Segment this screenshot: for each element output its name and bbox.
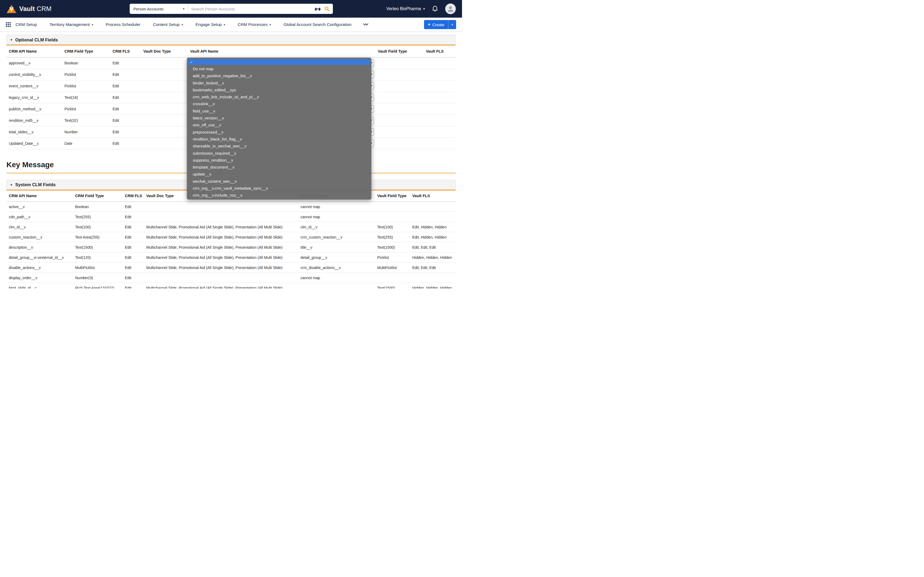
dropdown-option[interactable]: add_to_positive_negative_list__v <box>187 73 372 79</box>
dropdown-option[interactable]: update__c <box>187 171 372 177</box>
cell-vault_fls: Edit, Hidden, Hidden <box>410 232 456 242</box>
cell-crm_field_type: Rich Text Area(131072) <box>73 283 123 289</box>
plus-icon: + <box>428 22 430 27</box>
cell-crm_field_type: Text(255) <box>73 212 123 222</box>
nav-item-global-account-search-configuration[interactable]: Global Account Search Configuration <box>283 22 351 27</box>
cell-crm_fls: Edit <box>123 273 144 283</box>
create-dropdown-button[interactable]: ▾ <box>448 20 456 29</box>
dropdown-option[interactable]: crm_org__v.crm_vault_metadata_sync__v <box>187 185 372 192</box>
cell-vault_doc_type <box>141 69 188 80</box>
cell-vault_field_type <box>375 273 410 283</box>
nav-item-content-setup[interactable]: Content Setup▾ <box>153 22 183 27</box>
search-input[interactable] <box>188 4 314 14</box>
column-header: Vault FLS <box>410 190 456 201</box>
cell-crm_fls: Edit <box>110 103 141 114</box>
top-header-bar: VaultCRM Person Accounts ▾ Verteo BioPha… <box>0 0 462 18</box>
column-header: CRM FLS <box>110 45 141 57</box>
dropdown-option[interactable]: crosslink__v <box>187 100 372 107</box>
nav-item-crm-processes[interactable]: CRM Processes▾ <box>238 22 271 27</box>
create-button-label: Create <box>432 23 444 27</box>
cell-vault_field_type <box>375 92 423 103</box>
cell-crm_field_type: Text(32) <box>62 114 110 126</box>
cell-vault_doc_type: Multichannel Slide, Promotional Aid (All… <box>144 222 298 232</box>
dropdown-option[interactable]: crm_org__v.include_nss__v <box>187 192 372 199</box>
dropdown-option[interactable]: binder_locked__v <box>187 80 372 87</box>
cell-crm_fls: Edit <box>123 232 144 242</box>
cell-vault_field_type <box>375 80 423 92</box>
dropdown-option[interactable]: Do not map <box>187 66 372 73</box>
cell-crm_api_name: disable_actions__v <box>6 263 73 273</box>
column-header: CRM API Name <box>6 45 62 57</box>
cell-crm_fls: Edit <box>110 114 141 126</box>
nav-item-territory-management[interactable]: Territory Management▾ <box>50 22 93 27</box>
nav-item-crm-setup[interactable]: CRM Setup <box>16 22 37 27</box>
cell-vault_fls <box>423 137 456 149</box>
cell-crm_api_name: rendition_md5__v <box>6 114 62 126</box>
cell-vault_doc_type <box>141 80 188 92</box>
cell-vault_fls <box>410 273 456 283</box>
cell-vault_api_name: cannot map <box>298 273 375 283</box>
vault-crm-logo[interactable]: VaultCRM <box>6 5 52 13</box>
collapse-icon[interactable]: ▼ <box>10 38 13 41</box>
vault-api-name-dropdown: ✓ Do not mapadd_to_positive_negative_lis… <box>187 58 372 200</box>
search-icon[interactable] <box>324 6 330 11</box>
cell-crm_api_name: control_visibility__v <box>6 69 62 80</box>
system-clm-table: CRM API NameCRM Field TypeCRM FLSVault D… <box>6 190 456 289</box>
column-header: CRM Field Type <box>73 190 123 201</box>
collapse-icon[interactable]: ▼ <box>10 183 13 187</box>
nav-overflow-double-chevron-icon[interactable] <box>363 23 369 26</box>
org-selector[interactable]: Verteo BioPharma ▾ <box>386 6 425 11</box>
dropdown-option[interactable]: bookmarks_edited__sys <box>187 87 372 93</box>
dropdown-option[interactable]: preprocessed__v <box>187 129 372 136</box>
cell-crm_fls: Edit <box>123 253 144 263</box>
cell-vault_doc_type <box>141 103 188 114</box>
nav-item-process-scheduler[interactable]: Process Scheduler <box>106 22 141 27</box>
notifications-bell-icon[interactable] <box>432 5 438 12</box>
dropdown-selected-option[interactable]: ✓ <box>188 59 370 65</box>
cell-crm_fls: Edit <box>123 212 144 222</box>
cell-vault_doc_type: Multichannel Slide, Promotional Aid (All… <box>144 253 298 263</box>
cell-vault_fls: Edit, Edit, Edit <box>410 242 456 253</box>
dropdown-option[interactable]: wechat_content_wec__v <box>187 178 372 185</box>
app-launcher-grid-icon[interactable] <box>6 22 11 27</box>
create-button[interactable]: + Create <box>424 20 448 29</box>
dropdown-option[interactable]: shareable_in_wechat_wec__v <box>187 143 372 150</box>
dropdown-option[interactable]: one_off_use__v <box>187 121 372 129</box>
cell-crm_api_name: detail_group__vr.vexternal_id__v <box>6 253 73 263</box>
advanced-search-binoculars-icon[interactable] <box>314 7 321 11</box>
user-avatar[interactable] <box>445 3 456 14</box>
dropdown-option[interactable]: suppress_rendition__v <box>187 157 372 164</box>
cell-crm_fls: Edit <box>110 57 141 69</box>
nav-item-label: CRM Processes <box>238 22 268 27</box>
cell-vault_fls <box>423 80 456 92</box>
dropdown-option[interactable]: field_use__v <box>187 108 372 114</box>
column-header: CRM Field Type <box>62 45 110 57</box>
dropdown-option[interactable]: crm_web_link_include_isi_and_pi__v <box>187 93 372 100</box>
dropdown-option[interactable]: rendition_black_list_flag__v <box>187 136 372 143</box>
cell-vault_field_type <box>375 212 410 222</box>
cell-vault_field_type: Text(1500) <box>375 242 410 253</box>
cell-vault_doc_type <box>141 114 188 126</box>
cell-crm_fls: Edit <box>123 242 144 253</box>
table-row: active__vBooleanEditcannot map <box>6 201 456 212</box>
nav-item-engage-setup[interactable]: Engage Setup▾ <box>195 22 225 27</box>
dropdown-option[interactable]: template_document__v <box>187 164 372 171</box>
cell-crm_api_name: event_content__v <box>6 80 62 92</box>
dropdown-option[interactable]: latest_version__v <box>187 114 372 121</box>
cell-crm_api_name: approved__v <box>6 57 62 69</box>
cell-crm_field_type: Number <box>62 126 110 137</box>
cell-crm_api_name: clm_id__v <box>6 222 73 232</box>
search-scope-selector[interactable]: Person Accounts ▾ <box>130 4 188 14</box>
brand-text: VaultCRM <box>19 5 52 13</box>
nav-items: CRM SetupTerritory Management▾Process Sc… <box>16 22 352 27</box>
cell-vault_fls: Hidden, Hidden, Hidden <box>410 283 456 289</box>
cell-vault_doc_type <box>141 57 188 69</box>
cell-vault_api_name: detail_group__v <box>298 253 375 263</box>
section-title: System CLM Fields <box>15 182 56 187</box>
cell-crm_api_name: publish_method__v <box>6 103 62 114</box>
cell-vault_api_name: cannot map <box>298 201 375 212</box>
cell-vault_doc_type <box>144 273 298 283</box>
cell-crm_fls: Edit <box>123 222 144 232</box>
cell-vault_field_type: Picklist <box>375 253 410 263</box>
dropdown-option[interactable]: submission_required__v <box>187 150 372 157</box>
